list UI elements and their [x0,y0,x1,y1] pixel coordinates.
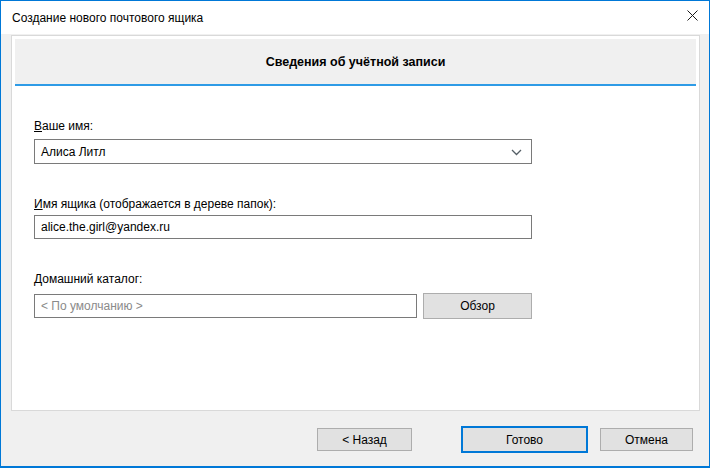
window-title: Создание нового почтового ящика [1,11,203,25]
mailbox-name-label-rest: мя ящика (отображается в дереве папок): [43,197,276,211]
your-name-value: Алиса Литл [35,145,531,159]
home-directory-input[interactable] [34,294,417,318]
wizard-step-header: Сведения об учётной записи [15,39,696,86]
step-title: Сведения об учётной записи [266,55,446,69]
home-directory-label: Домашний каталог: [34,272,142,286]
your-name-label-rest: аше имя: [42,119,93,133]
finish-button[interactable]: Готово [461,426,588,453]
title-bar[interactable]: Создание нового почтового ящика [1,1,709,34]
mailbox-name-label: Имя ящика (отображается в дереве папок): [34,197,276,211]
your-name-combobox[interactable]: Алиса Литл [34,139,532,164]
back-button[interactable]: < Назад [317,428,412,451]
cancel-button[interactable]: Отмена [600,428,693,451]
home-directory-label-rest: омашний каталог: [42,272,142,286]
close-button[interactable] [675,1,709,30]
new-mailbox-dialog: Создание нового почтового ящика Сведения… [0,0,710,468]
close-icon [687,10,698,21]
chevron-down-icon [511,149,522,156]
mailbox-name-input[interactable] [34,215,532,239]
your-name-label: Ваше имя: [34,119,93,133]
mailbox-name-label-accel: И [34,197,43,211]
your-name-label-accel: В [34,119,42,133]
browse-button[interactable]: Обзор [423,293,532,319]
